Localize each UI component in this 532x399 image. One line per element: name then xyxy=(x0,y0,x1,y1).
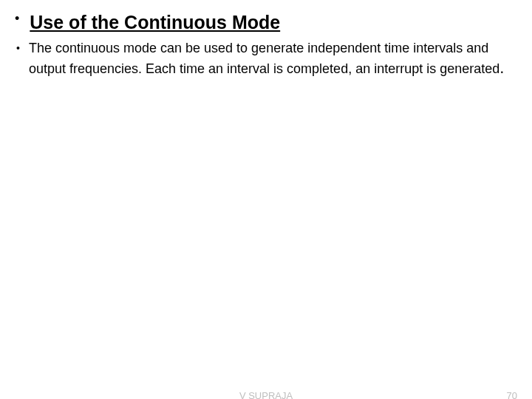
title-bullet-item: • Use of the Continuous Mode xyxy=(10,10,522,35)
bullet-marker-icon: • xyxy=(15,10,19,27)
slide-title: Use of the Continuous Mode xyxy=(30,10,280,35)
footer-page-number: 70 xyxy=(507,390,517,399)
footer-author: V SUPRAJA xyxy=(239,390,293,399)
body-main-text: The continuous mode can be used to gener… xyxy=(29,41,499,76)
body-period: . xyxy=(499,58,504,77)
slide-body-text: The continuous mode can be used to gener… xyxy=(29,39,516,79)
body-bullet-item: • The continuous mode can be used to gen… xyxy=(10,39,522,79)
slide-container: • Use of the Continuous Mode • The conti… xyxy=(0,0,532,399)
bullet-marker-icon: • xyxy=(16,41,20,56)
